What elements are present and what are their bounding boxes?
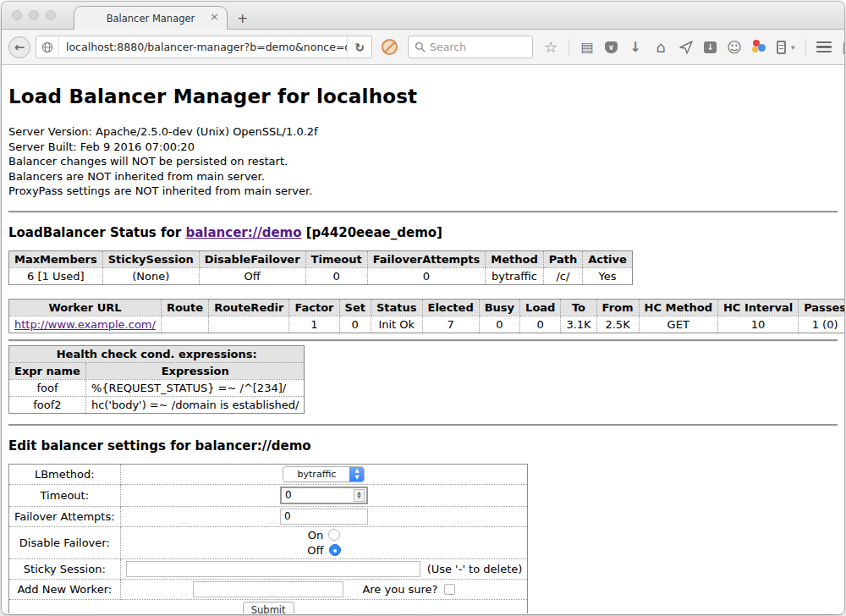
col-header: Worker URL [9,299,162,316]
reload-icon[interactable]: ↻ [354,41,365,54]
sticky-session-input[interactable] [126,561,420,577]
worker-url-link[interactable]: http://www.example.com/ [14,318,156,331]
timeout-input[interactable] [282,489,354,501]
health-data-row: foof2 hc('body') =~ /domain is establish… [9,396,305,413]
browser-window: Balancer Manager × + ← localhost:8880/ba… [2,2,844,614]
col-header: HC Method [639,299,717,316]
cell: http://www.example.com/ [9,316,162,333]
content-blocked-icon[interactable] [382,39,398,55]
cell: 0 [520,316,561,333]
tab-close-icon[interactable]: × [210,11,219,23]
server-info-line: Server Built: Feb 9 2016 07:00:20 [8,140,838,155]
number-stepper-icon[interactable]: ▲▼ [354,489,365,502]
bookmark-star-icon[interactable]: ☆ [543,40,558,55]
downloads-icon[interactable]: ↓ [628,40,643,55]
col-header: Expr name [9,362,86,379]
send-icon[interactable] [678,40,694,55]
radio-off[interactable] [329,544,341,556]
url-divider2 [347,36,348,58]
field-label: Timeout: [9,484,121,506]
balancer-link[interactable]: balancer://demo [185,225,301,240]
select-stepper-icon[interactable]: ▲▼ [349,466,364,482]
sticky-delete-note: (Use '-' to delete) [427,563,523,575]
new-tab-button[interactable]: + [237,12,248,25]
container-caret-icon[interactable]: ▾ [791,43,795,52]
cell: hc('body') =~ /domain is established/ [85,396,305,413]
balancer-table: MaxMembers StickySession DisableFailover… [8,250,633,285]
col-header: Route [161,299,208,316]
menu-hamburger-icon[interactable] [816,41,832,53]
extension-grid-icon[interactable]: ▦ [842,40,844,55]
field-label: Sticky Session: [9,558,121,579]
feedback-smiley-icon[interactable]: ☺ [727,40,742,55]
lbmethod-selected-value: bytraffic [283,469,349,480]
server-info-line: Balancer changes will NOT be persisted o… [8,154,838,169]
add-worker-input[interactable] [193,581,343,597]
col-header: Timeout [305,250,367,267]
cell: bytraffic [486,267,543,284]
health-data-row: foof %{REQUEST_STATUS} =~ /^[234]/ [9,379,305,396]
cell: 1 (0) [799,316,844,333]
worker-table: Worker URL Route RouteRedir Factor Set S… [8,299,844,333]
col-header: Elected [422,299,479,316]
col-header: HC Interval [717,299,798,316]
search-icon [415,41,426,52]
reading-list-icon[interactable]: ▤ [580,40,595,55]
form-row-submit: Submit [9,599,528,613]
worker-header-row: Worker URL Route RouteRedir Factor Set S… [9,299,845,316]
col-header: FailoverAttempts [367,250,486,267]
cell: /c/ [543,267,582,284]
window-minimize-button[interactable] [29,10,39,20]
page-content: Load Balancer Manager for localhost Serv… [2,65,844,613]
toolbar-divider2 [805,39,806,56]
timeout-field[interactable]: ▲▼ [280,487,368,504]
health-check-table: Health check cond. expressions: Expr nam… [8,345,305,414]
submit-button[interactable]: Submit [243,602,294,614]
cell: 3.1K [561,316,596,333]
search-bar[interactable] [408,36,533,58]
search-input[interactable] [430,41,514,53]
form-row-add-worker: Add New Worker: Are you sure? [9,579,528,599]
url-text[interactable]: localhost:8880/balancer-manager?b=demo&n… [59,41,347,53]
cell: 0 [305,267,367,284]
pocket-icon[interactable]: ∨ [605,41,618,53]
col-header: Passes [799,299,844,316]
confirm-label: Are you sure? [362,583,437,596]
worker-data-row: http://www.example.com/ 1 0 Init Ok 7 0 … [9,316,845,333]
separator [8,211,838,213]
lbmethod-select[interactable]: bytraffic ▲▼ [283,466,365,482]
tab-balancer-manager[interactable]: Balancer Manager × [74,6,228,30]
field-label: LBmethod: [9,464,121,484]
health-header-row: Expr name Expression [9,362,305,379]
col-header: From [596,299,639,316]
col-header: StickySession [102,250,199,267]
page-title: Load Balancer Manager for localhost [8,85,838,107]
failover-attempts-input[interactable] [280,509,368,525]
cell: Off [199,267,305,284]
url-bar[interactable]: localhost:8880/balancer-manager?b=demo&n… [36,36,372,58]
col-header: Factor [289,299,339,316]
radio-on-label: On [308,529,323,542]
confirm-checkbox[interactable] [444,584,455,595]
cell [209,316,289,333]
download-panel-icon[interactable]: ↓ [704,41,717,53]
palette-icon[interactable] [752,40,766,54]
server-info-line: Server Version: Apache/2.5.0-dev (Unix) … [8,124,838,140]
radio-off-label: Off [307,544,323,557]
field-label: Add New Worker: [9,579,121,599]
window-zoom-button[interactable] [46,10,56,20]
status-heading: LoadBalancer Status for balancer://demo … [8,225,838,240]
col-header: Active [583,250,633,267]
radio-on[interactable] [328,529,340,541]
window-close-button[interactable] [12,10,22,20]
col-header: Set [339,299,371,316]
server-info: Server Version: Apache/2.5.0-dev (Unix) … [8,124,838,199]
cell: 10 [717,316,798,333]
cell: 7 [422,316,479,333]
container-icon[interactable] [777,41,786,54]
back-button[interactable]: ← [8,36,30,58]
globe-icon[interactable] [41,41,53,53]
home-icon[interactable]: ⌂ [653,40,668,55]
health-caption-row: Health check cond. expressions: [9,345,305,362]
cell: 6 [1 Used] [9,267,103,284]
